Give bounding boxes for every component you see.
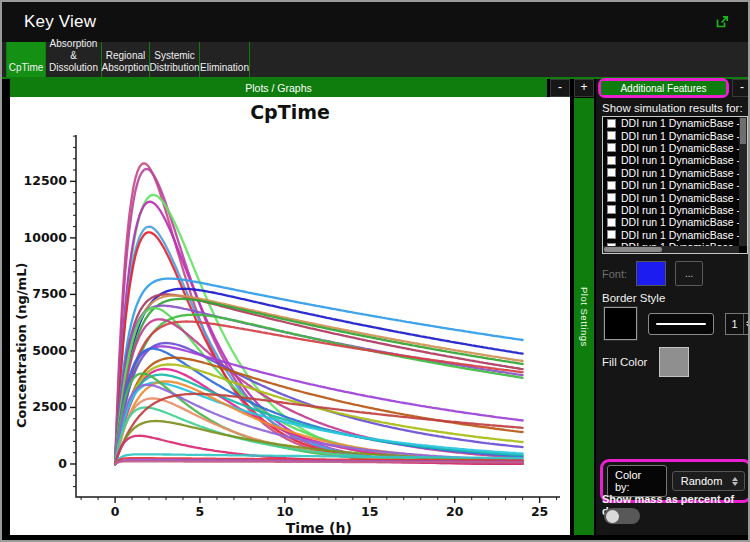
- show-results-label: Show simulation results for:: [602, 102, 743, 114]
- plot-settings-strip: + Plot Settings: [574, 79, 594, 535]
- list-item[interactable]: DDI run 1 DynamicBase - Hum: [603, 117, 739, 129]
- line-style-preview: [656, 323, 706, 325]
- list-item[interactable]: DDI run 1 DynamicBase - Hum: [603, 142, 739, 154]
- simulation-label: DDI run 1 DynamicBase - Hum: [621, 192, 739, 204]
- simulation-label: DDI run 1 DynamicBase - Hum: [621, 117, 739, 129]
- tab-systemic-distribution[interactable]: Systemic Distribution: [149, 42, 199, 77]
- border-width-spinner[interactable]: 1: [725, 313, 750, 335]
- svg-text:25: 25: [531, 504, 548, 519]
- svg-text:15: 15: [361, 504, 378, 519]
- border-width-value: 1: [726, 318, 743, 330]
- checkbox[interactable]: [607, 205, 616, 214]
- border-style-label: Border Style: [602, 292, 665, 304]
- svg-text:Concentration (ng/mL): Concentration (ng/mL): [14, 263, 29, 428]
- plot-settings-expand-button[interactable]: +: [574, 79, 594, 97]
- horizontal-scrollbar-thumb[interactable]: [604, 247, 662, 252]
- svg-text:10: 10: [276, 504, 294, 519]
- simulation-label: DDI run 1 DynamicBase - Hum: [621, 142, 739, 154]
- simulation-label: DDI run 1 DynamicBase - Hum: [621, 154, 739, 166]
- tab-absorption-dissolution[interactable]: Absorption & Dissolution: [45, 42, 101, 77]
- list-item[interactable]: DDI run 1 DynamicBase - Hum: [603, 216, 739, 228]
- border-color-swatch[interactable]: [604, 307, 637, 340]
- list-item[interactable]: DDI run 1 DynamicBase - Hum: [603, 129, 739, 141]
- vertical-scrollbar-thumb[interactable]: [740, 118, 746, 144]
- key-view-window: Key View CpTime Absorption & Dissolution…: [0, 0, 750, 542]
- checkbox[interactable]: [607, 181, 616, 190]
- svg-text:12500: 12500: [24, 173, 68, 188]
- font-row: Font: ...: [602, 261, 703, 286]
- checkbox[interactable]: [607, 218, 616, 227]
- simulation-label: DDI run 1 DynamicBase - Hum: [621, 216, 739, 228]
- cptime-plot-panel: CpTime 051015202502500500075001000012500…: [10, 97, 570, 535]
- show-mass-toggle[interactable]: [604, 508, 640, 524]
- tab-bar: CpTime Absorption & Dissolution Regional…: [2, 42, 748, 79]
- list-item[interactable]: DDI run 1 DynamicBase - Hum: [603, 204, 739, 216]
- list-item[interactable]: DDI run 1 DynamicBase - Hum: [603, 179, 739, 191]
- checkbox[interactable]: [607, 119, 616, 128]
- list-item[interactable]: DDI run 1 DynamicBase - Hum: [603, 167, 739, 179]
- line-style-select[interactable]: [648, 313, 714, 335]
- border-style-row: 1: [604, 307, 750, 340]
- simulation-label: DDI run 1 DynamicBase - Hum: [621, 167, 739, 179]
- simulation-label: DDI run 1 DynamicBase - Hum: [621, 229, 739, 241]
- simulation-label: DDI run 1 DynamicBase - Hum: [621, 130, 739, 142]
- tab-cptime[interactable]: CpTime: [6, 42, 45, 77]
- svg-text:0: 0: [111, 504, 120, 519]
- svg-text:7500: 7500: [32, 286, 67, 301]
- checkbox[interactable]: [607, 193, 616, 202]
- svg-text:5000: 5000: [32, 343, 67, 358]
- font-label: Font:: [602, 268, 627, 280]
- checkbox[interactable]: [607, 156, 616, 165]
- checkbox[interactable]: [607, 230, 616, 239]
- fill-color-swatch[interactable]: [659, 347, 689, 377]
- font-color-swatch[interactable]: [636, 261, 666, 286]
- spinner-arrows-icon[interactable]: [743, 314, 750, 334]
- additional-features-title[interactable]: Additional Features: [601, 81, 726, 95]
- plot-settings-label: Plot Settings: [579, 287, 590, 347]
- toggle-knob: [606, 510, 619, 523]
- simulation-label: DDI run 1 DynamicBase - Hum: [621, 204, 739, 216]
- svg-text:5: 5: [196, 504, 205, 519]
- svg-text:20: 20: [446, 504, 464, 519]
- plots-collapse-button[interactable]: -: [550, 79, 570, 97]
- checkbox[interactable]: [607, 143, 616, 152]
- title-bar: Key View: [2, 2, 748, 42]
- simulation-rows: DDI run 1 DynamicBase - HumDDI run 1 Dyn…: [603, 117, 739, 246]
- checkbox[interactable]: [607, 131, 616, 140]
- list-item[interactable]: DDI run 1 DynamicBase - Hum: [603, 154, 739, 166]
- list-item[interactable]: DDI run 1 DynamicBase - Hum: [603, 229, 739, 241]
- tab-elimination[interactable]: Elimination: [199, 42, 250, 77]
- plot-settings-tab[interactable]: Plot Settings: [574, 98, 594, 535]
- additional-features-collapse-button[interactable]: -: [732, 79, 750, 97]
- color-by-value: Random: [681, 475, 723, 487]
- list-item[interactable]: DDI run 1 DynamicBase - Hum: [603, 191, 739, 203]
- svg-text:0: 0: [58, 456, 67, 471]
- tab-regional-absorption[interactable]: Regional Absorption: [101, 42, 149, 77]
- vertical-scrollbar[interactable]: [739, 117, 747, 246]
- horizontal-scrollbar[interactable]: [603, 246, 739, 253]
- font-browse-button[interactable]: ...: [675, 261, 703, 286]
- chart-title: CpTime: [10, 101, 570, 123]
- additional-features-panel: Additional Features - Show simulation re…: [596, 79, 750, 538]
- additional-features-header: Additional Features -: [598, 79, 750, 97]
- plots-graphs-title: Plots / Graphs: [10, 79, 547, 97]
- svg-text:2500: 2500: [32, 399, 67, 414]
- simulation-label: DDI run 1 DynamicBase - Hum: [621, 179, 739, 191]
- color-by-select[interactable]: Random: [672, 471, 745, 491]
- svg-text:10000: 10000: [24, 230, 68, 245]
- fill-color-label: Fill Color: [602, 356, 647, 368]
- open-in-new-icon[interactable]: [714, 14, 730, 30]
- cp-time-chart: 051015202502500500075001000012500Time (h…: [10, 97, 570, 535]
- svg-text:Time (h): Time (h): [286, 520, 352, 535]
- select-arrows-icon: [729, 477, 740, 486]
- simulation-results-list[interactable]: DDI run 1 DynamicBase - HumDDI run 1 Dyn…: [602, 116, 748, 254]
- bottom-margin: [2, 535, 748, 542]
- additional-features-highlight: Additional Features: [598, 78, 729, 98]
- checkbox[interactable]: [607, 168, 616, 177]
- fill-color-row: Fill Color: [602, 347, 689, 377]
- window-title: Key View: [24, 12, 96, 32]
- plots-graphs-header: Plots / Graphs -: [10, 79, 570, 97]
